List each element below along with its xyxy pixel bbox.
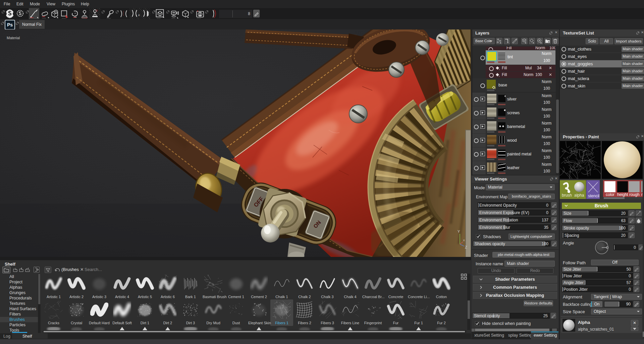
svg-text:Z: Z [465, 245, 467, 249]
svg-text:Y: Y [458, 229, 460, 233]
svg-text:x: x [138, 13, 140, 17]
svg-text:O: O [96, 9, 98, 12]
svg-text:x: x [463, 238, 465, 242]
